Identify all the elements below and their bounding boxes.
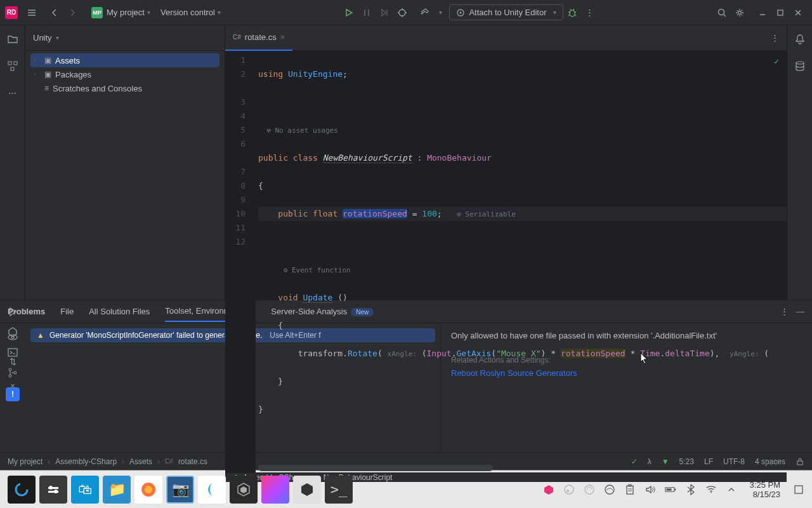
system-tray: 3:25 PM 8/15/23 <box>543 480 804 499</box>
line-gutter: 12 3456 789101112 <box>225 51 256 472</box>
svg-marker-28 <box>301 483 313 496</box>
svg-point-25 <box>145 486 152 493</box>
svg-point-17 <box>14 371 16 374</box>
pause-icon[interactable] <box>358 4 376 22</box>
tab-more-icon[interactable]: ⋮ <box>763 33 787 43</box>
chevron-right-icon: › <box>34 57 41 64</box>
tray-icon[interactable] <box>584 484 595 495</box>
tray-bluetooth-icon[interactable] <box>685 484 697 495</box>
problems-tool-icon[interactable]: ! <box>6 387 20 401</box>
code-editor[interactable]: 12 3456 789101112 using UnityEngine; ☢ N… <box>225 51 787 472</box>
right-tool-rail <box>787 25 812 300</box>
gear-icon[interactable] <box>731 4 749 22</box>
notifications-icon[interactable] <box>792 32 808 47</box>
svg-point-15 <box>9 368 11 371</box>
editor: C# rotate.cs × ⋮ 12 3456 789101112 using… <box>225 25 787 300</box>
attach-unity-button[interactable]: Attach to Unity Editor ▾ <box>449 4 563 20</box>
services-icon[interactable] <box>7 326 18 338</box>
chevron-down-icon: ▾ <box>147 9 150 16</box>
left-bottom-rail: ! <box>0 300 25 452</box>
tree-item-scratches[interactable]: ≡ Scratches and Consoles <box>30 81 219 95</box>
taskbar-app[interactable] <box>134 476 162 504</box>
database-icon[interactable] <box>792 58 808 74</box>
tree-label: Scratches and Consoles <box>53 84 142 93</box>
project-selector[interactable]: MP My project ▾ <box>86 4 155 21</box>
minimize-icon[interactable] <box>754 4 771 22</box>
tab-lang-badge: C# <box>233 34 241 41</box>
run-icon[interactable] <box>340 4 358 22</box>
svg-marker-13 <box>9 328 16 337</box>
structure-icon[interactable] <box>5 58 20 74</box>
tab-file[interactable]: File <box>60 302 74 321</box>
tree-item-assets[interactable]: › ▣ Assets <box>30 53 219 67</box>
folder-icon[interactable] <box>5 32 20 47</box>
inspection-ok-icon[interactable]: ✓ <box>774 55 779 69</box>
hammer-icon[interactable] <box>416 4 434 22</box>
taskbar-app[interactable]: >_ <box>325 476 353 504</box>
tree-item-packages[interactable]: › ▣ Packages <box>30 67 219 81</box>
taskbar-app[interactable] <box>261 476 289 504</box>
debug-icon[interactable] <box>393 4 411 22</box>
close-icon[interactable]: × <box>280 32 285 42</box>
step-icon[interactable] <box>376 4 393 22</box>
chevron-down-icon: ▾ <box>553 9 556 16</box>
tab-filename: rotate.cs <box>245 32 277 42</box>
taskbar-app[interactable]: 📷 <box>166 476 194 504</box>
more-tools-icon[interactable]: ⋯ <box>5 85 20 100</box>
svg-rect-34 <box>627 486 633 494</box>
svg-point-39 <box>710 491 712 493</box>
taskbar-app[interactable] <box>8 476 36 504</box>
git-icon[interactable] <box>7 367 18 378</box>
horizontal-scrollbar[interactable] <box>258 465 493 471</box>
tray-desktop-icon[interactable] <box>793 484 804 495</box>
vcs-selector[interactable]: Version control ▾ <box>155 5 226 20</box>
search-icon[interactable] <box>713 4 731 22</box>
left-tool-rail: ⋯ <box>0 25 25 300</box>
tree-label: Packages <box>55 70 91 79</box>
tray-battery-icon[interactable] <box>665 484 676 495</box>
code-content[interactable]: using UnityEngine; ☢ No asset usages pub… <box>256 51 787 472</box>
vcs-label: Version control <box>160 8 215 17</box>
tab-rotate[interactable]: C# rotate.cs × <box>225 25 292 51</box>
maximize-icon[interactable] <box>771 4 789 22</box>
svg-point-30 <box>565 485 573 494</box>
taskbar-app[interactable] <box>39 476 67 504</box>
terminal-icon[interactable] <box>7 347 18 358</box>
tray-chevron-icon[interactable] <box>726 484 737 495</box>
hammer-dropdown-icon[interactable]: ▾ <box>434 4 444 22</box>
svg-point-21 <box>49 486 53 490</box>
tray-wifi-icon[interactable] <box>705 484 717 495</box>
explorer-panel: Unity ▾ › ▣ Assets › ▣ Packages ≡ Scratc… <box>25 25 225 300</box>
lock-icon[interactable] <box>796 457 804 466</box>
attach-label: Attach to Unity Editor <box>469 8 546 17</box>
nav-back-icon[interactable] <box>46 4 63 22</box>
tab-all-solution[interactable]: All Solution Files <box>89 302 150 321</box>
taskbar-app[interactable] <box>230 476 258 504</box>
svg-rect-8 <box>14 62 17 65</box>
taskbar-app[interactable]: 🛍 <box>71 476 99 504</box>
more-icon[interactable]: ⋮ <box>581 4 599 22</box>
tray-clipboard-icon[interactable] <box>624 484 636 495</box>
taskbar-app[interactable] <box>293 476 321 504</box>
panel-minimize-icon[interactable]: — <box>796 307 804 316</box>
bug-icon[interactable] <box>563 4 581 22</box>
tray-icon[interactable] <box>563 484 575 495</box>
nav-forward-icon[interactable] <box>63 4 81 22</box>
inspection-indicator[interactable]: ▯▯▯ <box>764 456 779 470</box>
taskbar-app[interactable]: 📁 <box>103 476 131 504</box>
breadcrumb[interactable]: My project› Assembly-CSharp› Assets› C# … <box>8 457 207 466</box>
app-badge: RD <box>5 6 18 19</box>
svg-point-10 <box>796 62 804 64</box>
hamburger-icon[interactable] <box>23 4 41 22</box>
tray-icon[interactable] <box>543 484 554 495</box>
tray-volume-icon[interactable] <box>645 484 656 495</box>
explorer-header[interactable]: Unity ▾ <box>25 25 225 51</box>
explorer-title: Unity <box>33 33 52 43</box>
taskbar-clock[interactable]: 3:25 PM 8/15/23 <box>746 480 784 499</box>
run-tool-icon[interactable] <box>7 306 18 318</box>
taskbar-app[interactable] <box>198 476 226 504</box>
tray-icon[interactable] <box>604 484 615 495</box>
close-icon[interactable] <box>789 4 807 22</box>
svg-point-32 <box>585 485 594 494</box>
svg-rect-40 <box>795 486 802 493</box>
